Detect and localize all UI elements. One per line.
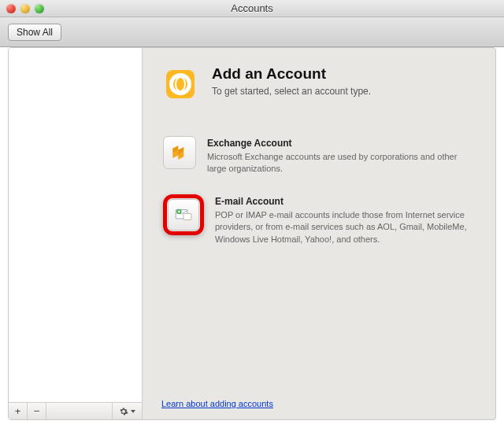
email-account-highlight: [163, 194, 204, 235]
option-email-desc: POP or IMAP e-mail accounts include thos…: [215, 209, 475, 245]
plus-icon: +: [15, 405, 21, 417]
hero-title: Add an Account: [212, 65, 371, 83]
account-list: [9, 48, 142, 402]
svg-rect-3: [183, 213, 191, 220]
outlook-icon: [161, 65, 199, 103]
minus-icon: −: [34, 405, 40, 417]
email-icon: [168, 199, 199, 231]
option-email-body: E-mail Account POP or IMAP e-mail accoun…: [215, 194, 475, 245]
main-pane: Add an Account To get started, select an…: [143, 48, 495, 419]
sidebar-footer: + −: [9, 402, 142, 419]
gear-icon: [119, 407, 128, 416]
actions-menu-button[interactable]: [112, 403, 142, 420]
option-exchange-desc: Microsoft Exchange accounts are used by …: [207, 151, 475, 175]
window-title: Accounts: [0, 2, 504, 14]
hero-text: Add an Account To get started, select an…: [212, 65, 371, 97]
accounts-window: Accounts Show All + −: [0, 0, 504, 428]
sidebar: + −: [9, 48, 143, 419]
content-area: + −: [8, 47, 496, 420]
toolbar: Show All: [0, 17, 504, 47]
learn-about-adding-accounts-link[interactable]: Learn about adding accounts: [161, 399, 273, 408]
close-window-button[interactable]: [6, 4, 16, 13]
chevron-down-icon: [131, 410, 135, 413]
add-account-button[interactable]: +: [9, 403, 28, 420]
zoom-window-button[interactable]: [35, 4, 44, 13]
option-exchange-title: Exchange Account: [207, 138, 475, 149]
hero: Add an Account To get started, select an…: [161, 65, 476, 103]
show-all-button[interactable]: Show All: [8, 24, 61, 41]
option-exchange-account[interactable]: Exchange Account Microsoft Exchange acco…: [161, 135, 476, 177]
option-email-account[interactable]: E-mail Account POP or IMAP e-mail accoun…: [161, 193, 476, 247]
option-exchange-body: Exchange Account Microsoft Exchange acco…: [207, 136, 475, 175]
titlebar: Accounts: [0, 0, 504, 17]
minimize-window-button[interactable]: [20, 4, 30, 13]
window-controls: [0, 4, 44, 13]
hero-subtitle: To get started, select an account type.: [212, 86, 371, 97]
remove-account-button[interactable]: −: [28, 403, 46, 420]
exchange-icon: [163, 136, 196, 169]
option-email-title: E-mail Account: [215, 196, 475, 207]
